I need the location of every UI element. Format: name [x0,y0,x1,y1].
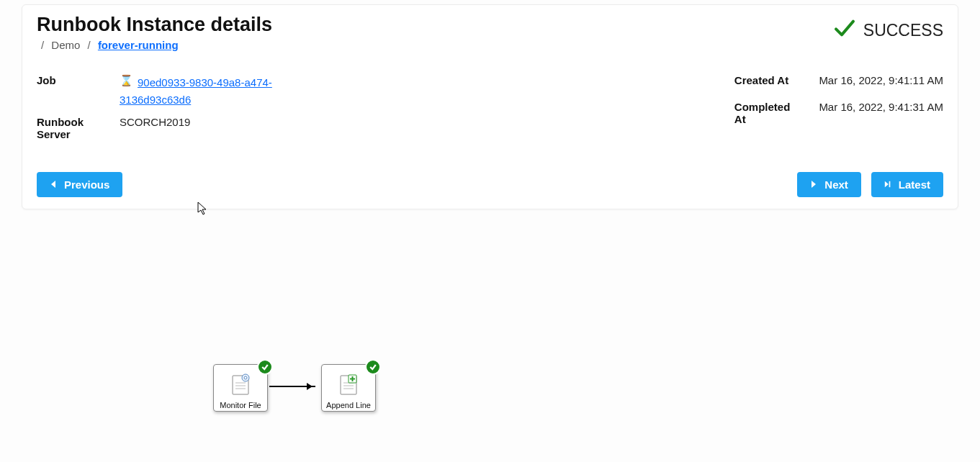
title-block: Runbook Instance details / Demo / foreve… [37,14,272,51]
next-label: Next [824,178,848,191]
server-label: Runbook Server [37,116,120,140]
latest-label: Latest [899,178,930,191]
svg-rect-0 [889,181,890,187]
page-title: Runbook Instance details [37,14,272,36]
activity-label: Monitor File [220,401,261,409]
server-value: SCORCH2019 [120,116,307,140]
details-row: Job ⌛90ed0933-9830-49a8-a474-3136d93c63d… [37,67,943,148]
card-header: Runbook Instance details / Demo / foreve… [37,14,943,51]
button-row: Previous Next Latest [37,172,943,197]
breadcrumb-runbook-link[interactable]: forever-running [98,39,179,51]
activity-label: Append Line [326,401,371,409]
flow-arrow [269,386,315,387]
details-card: Runbook Instance details / Demo / foreve… [22,4,958,209]
created-value: Mar 16, 2022, 9:41:11 AM [819,74,943,94]
skip-end-icon [884,178,891,191]
activity-monitor-file[interactable]: Monitor File [213,364,268,412]
completed-value: Mar 16, 2022, 9:41:31 AM [819,101,943,140]
svg-point-6 [244,376,247,379]
check-icon [833,17,856,44]
status-badge: SUCCESS [833,17,943,44]
triangle-left-icon [50,178,57,191]
next-button[interactable]: Next [797,172,861,197]
latest-button[interactable]: Latest [871,172,943,197]
job-link[interactable]: 90ed0933-9830-49a8-a474-3136d93c63d6 [120,76,272,106]
breadcrumb-folder: Demo [51,39,80,51]
breadcrumb-sep: / [41,39,44,51]
details-right: Created At Mar 16, 2022, 9:41:11 AM Comp… [734,67,943,148]
completed-label: Completed At [734,101,819,140]
created-label: Created At [734,74,819,94]
triangle-right-icon [810,178,817,191]
breadcrumb-sep: / [88,39,91,51]
monitor-file-icon [230,365,251,401]
job-value: ⌛90ed0933-9830-49a8-a474-3136d93c63d6 [120,74,307,109]
details-left: Job ⌛90ed0933-9830-49a8-a474-3136d93c63d… [37,67,307,148]
workflow-diagram: Monitor File Append Line [213,360,386,417]
job-label: Job [37,74,120,109]
status-text: SUCCESS [863,21,943,40]
previous-label: Previous [64,178,109,191]
append-line-icon [338,365,359,401]
breadcrumb: / Demo / forever-running [37,39,272,51]
hourglass-icon: ⌛ [120,74,133,87]
previous-button[interactable]: Previous [37,172,122,197]
check-badge-icon [257,359,273,375]
activity-append-line[interactable]: Append Line [321,364,376,412]
check-badge-icon [365,359,381,375]
